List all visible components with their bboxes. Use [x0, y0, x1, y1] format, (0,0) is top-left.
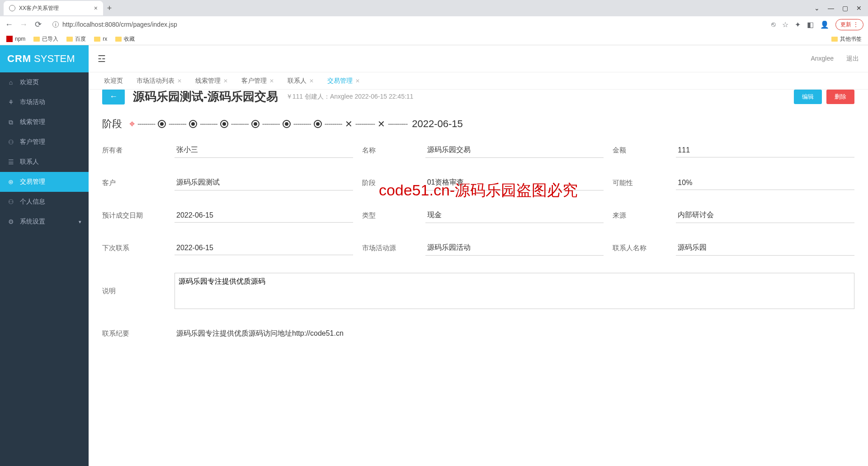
sidebar-item[interactable]: ⚙系统设置▾ — [0, 212, 89, 232]
sidebar: CRMSYSTEM ⌂欢迎页⚘市场活动⧉线索管理⚇客户管理☰联系人⊛交易管理⚇个… — [0, 45, 89, 466]
profile-icon[interactable]: 👤 — [820, 20, 829, 29]
sidebar-item[interactable]: ⌂欢迎页 — [0, 72, 89, 92]
type-label: 类型 — [362, 211, 416, 220]
sidebar-item[interactable]: ☰联系人 — [0, 152, 89, 172]
next-value[interactable]: 2022-06-15 — [175, 241, 353, 255]
expect-label: 预计成交日期 — [102, 211, 165, 220]
desc-label: 说明 — [102, 287, 165, 295]
customer-value[interactable]: 源码乐园测试 — [175, 175, 353, 190]
page-tab[interactable]: 市场活动列表✕ — [130, 73, 188, 89]
browser-tab[interactable]: XX客户关系管理 × — [4, 1, 103, 15]
back-icon[interactable]: ← — [5, 20, 14, 29]
bookmark-baidu[interactable]: 百度 — [66, 35, 86, 43]
close-icon[interactable]: ✕ — [355, 78, 360, 84]
side-panel-icon[interactable]: ◧ — [807, 20, 814, 29]
stage-label: 阶段 — [102, 117, 122, 131]
activity-value[interactable]: 源码乐园活动 — [425, 240, 604, 256]
desc-textarea[interactable]: 源码乐园专注提供优质源码 — [175, 273, 854, 309]
stage-dot-icon[interactable] — [283, 120, 291, 128]
detail-subtitle: ￥111 创建人：Anxglee 2022-06-15 22:45:11 — [286, 93, 414, 101]
tab-label: 欢迎页 — [104, 77, 123, 85]
close-icon[interactable]: ✕ — [269, 78, 274, 84]
tab-label: 市场活动列表 — [137, 77, 175, 85]
close-icon[interactable]: ✕ — [223, 78, 228, 84]
forward-icon: → — [19, 20, 28, 29]
stage-dot-icon[interactable] — [158, 120, 166, 128]
site-info-icon[interactable]: i — [52, 21, 59, 28]
content[interactable]: code51.cn-源码乐园盗图必究 ← 源码乐园测试-源码乐园交易 ￥111 … — [89, 90, 868, 466]
stage-dot-icon[interactable] — [189, 120, 197, 128]
stage-dot-icon[interactable] — [314, 120, 322, 128]
user-name[interactable]: Anxglee — [811, 55, 834, 63]
sidebar-item-label: 系统设置 — [20, 218, 45, 226]
amount-value[interactable]: 111 — [676, 143, 854, 157]
chevron-down-icon[interactable]: ⌄ — [814, 5, 820, 12]
logout-button[interactable]: 退出 — [846, 55, 859, 63]
page-tab[interactable]: 客户管理✕ — [235, 73, 280, 89]
hamburger-icon[interactable]: ☲ — [98, 53, 106, 64]
contact-label: 联系人名称 — [613, 244, 667, 252]
name-value[interactable]: 源码乐园交易 — [425, 143, 604, 158]
detail-title: 源码乐园测试-源码乐园交易 — [133, 90, 278, 105]
type-value[interactable]: 现金 — [425, 208, 604, 223]
other-bookmarks[interactable]: 其他书签 — [831, 35, 862, 43]
page-tab[interactable]: 联系人✕ — [281, 73, 320, 89]
back-button[interactable]: ← — [102, 90, 125, 105]
delete-button[interactable]: 删除 — [826, 90, 854, 104]
close-icon[interactable]: ✕ — [177, 78, 182, 84]
page-tab[interactable]: 欢迎页 — [98, 73, 129, 89]
owner-value[interactable]: 张小三 — [175, 143, 353, 158]
globe-icon — [9, 5, 15, 11]
sidebar-item-label: 交易管理 — [20, 178, 45, 186]
tab-title: XX客户关系管理 — [19, 5, 59, 12]
sidebar-item-label: 线索管理 — [20, 118, 45, 126]
stage-dot-icon[interactable] — [251, 120, 259, 128]
maximize-icon[interactable]: ▢ — [842, 5, 848, 12]
tab-label: 联系人 — [288, 77, 307, 85]
star-icon[interactable]: ☆ — [782, 20, 788, 29]
new-tab-button[interactable]: + — [103, 2, 116, 14]
main: ☲ Anxglee 退出 欢迎页市场活动列表✕线索管理✕客户管理✕联系人✕交易管… — [89, 45, 868, 466]
expect-value[interactable]: 2022-06-15 — [175, 209, 353, 223]
close-icon[interactable]: ✕ — [309, 78, 314, 84]
url-input[interactable]: i http://localhost:8080/crm/pages/index.… — [48, 19, 766, 30]
page-tabs: 欢迎页市场活动列表✕线索管理✕客户管理✕联系人✕交易管理✕ — [89, 72, 868, 90]
bookmark-rx[interactable]: rx — [94, 36, 107, 42]
stage-date: 2022-06-15 — [412, 118, 463, 130]
reload-icon[interactable]: ⟳ — [33, 20, 42, 29]
stage-x-icon[interactable]: ✕ — [377, 119, 385, 129]
bookmark-fav[interactable]: 收藏 — [115, 35, 135, 43]
bookmark-import[interactable]: 已导入 — [33, 35, 58, 43]
source-value[interactable]: 内部研讨会 — [676, 208, 854, 223]
minimize-icon[interactable]: — — [828, 5, 834, 12]
url-text: http://localhost:8080/crm/pages/index.js… — [62, 21, 177, 28]
activity-label: 市场活动源 — [362, 244, 416, 252]
edit-button[interactable]: 编辑 — [794, 90, 822, 104]
sidebar-item[interactable]: ⧉线索管理 — [0, 112, 89, 132]
update-button[interactable]: 更新⋮ — [835, 19, 863, 30]
next-label: 下次联系 — [102, 244, 165, 252]
sidebar-item-label: 市场活动 — [20, 98, 45, 106]
page-tab[interactable]: 交易管理✕ — [321, 73, 366, 89]
contact-value[interactable]: 源码乐园 — [676, 240, 854, 256]
pin-icon[interactable]: ⌖ — [129, 118, 135, 130]
stage-fld-value[interactable]: 01资格审查 — [425, 175, 604, 190]
owner-label: 所有者 — [102, 146, 165, 155]
possibility-value[interactable]: 10% — [676, 176, 854, 190]
extensions-icon[interactable]: ✦ — [795, 20, 801, 29]
close-window-icon[interactable]: ✕ — [856, 5, 862, 12]
sidebar-item[interactable]: ⊛交易管理 — [0, 172, 89, 192]
bookmark-npm[interactable]: npm — [6, 36, 25, 42]
sidebar-item[interactable]: ⚘市场活动 — [0, 92, 89, 112]
tab-label: 线索管理 — [195, 77, 221, 85]
sidebar-item[interactable]: ⚇客户管理 — [0, 132, 89, 152]
sidebar-item[interactable]: ⚇个人信息 — [0, 192, 89, 212]
stage-x-icon[interactable]: ✕ — [345, 119, 353, 129]
sidebar-item-label: 联系人 — [20, 158, 39, 166]
page-tab[interactable]: 线索管理✕ — [189, 73, 234, 89]
app: CRMSYSTEM ⌂欢迎页⚘市场活动⧉线索管理⚇客户管理☰联系人⊛交易管理⚇个… — [0, 45, 868, 466]
stage-dot-icon[interactable] — [220, 120, 228, 128]
close-icon[interactable]: × — [94, 5, 98, 12]
share-icon[interactable]: ⎋ — [771, 20, 776, 29]
summary-label: 联系纪要 — [102, 329, 165, 338]
